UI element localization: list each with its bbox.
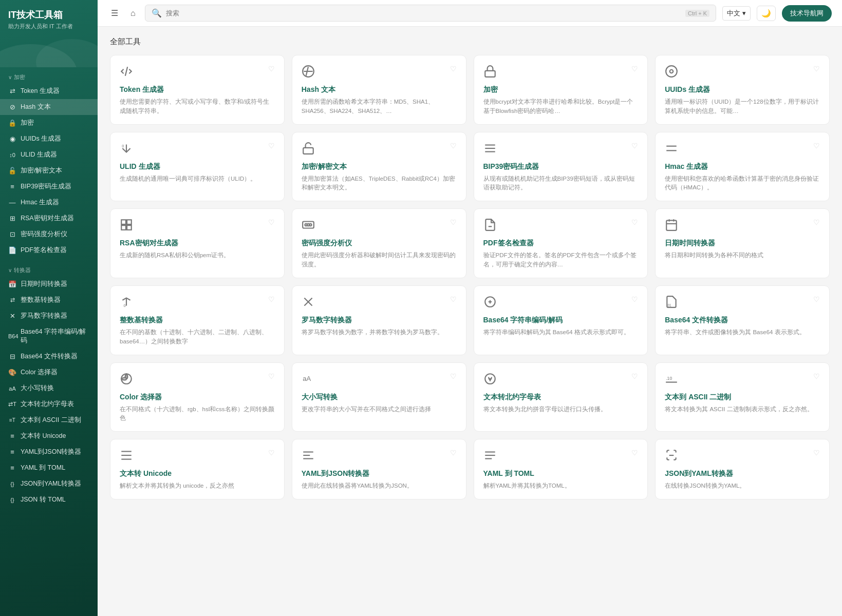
favorite-icon-date[interactable]: ♡ (813, 218, 820, 226)
tool-card-json2yaml[interactable]: ♡ JSON到YAML转换器 在线转换JSON转换为YAML。 (655, 439, 830, 499)
sidebar-item-b64str[interactable]: B64 Base64 字符串编码/解码 (0, 324, 98, 349)
favorite-icon-yaml2toml[interactable]: ♡ (631, 449, 638, 457)
favorite-icon-encrypt[interactable]: ♡ (631, 65, 638, 73)
tool-card-ascii[interactable]: .10 ♡ 文本到 ASCII 二进制 将文本转换为其 ASCII 二进制制表示… (655, 362, 830, 432)
tool-card-yaml2toml[interactable]: ♡ YAML 到 TOML 解析YAML并将其转换为TOML。 (474, 439, 648, 499)
sidebar-item-aes[interactable]: 🔓 加密/解密文本 (0, 163, 98, 179)
favorite-icon-color[interactable]: ♡ (268, 372, 275, 380)
tool-desc-hash: 使用所需的函数哈希文本字符串：MD5、SHA1、SHA256、SHA224、SH… (302, 98, 457, 116)
tool-card-b64str[interactable]: ♡ Base64 字符串编码/解码 将字符串编码和解码为其 Base64 格式表… (474, 285, 648, 355)
sidebar-item-bip[interactable]: ≡ BIP39密码生成器 (0, 179, 98, 195)
sidebar-item-uuid[interactable]: ◉ UUIDs 生成器 (0, 131, 98, 147)
tool-card-b64file[interactable]: 01 ♡ Base64 文件转换器 将字符串、文件或图像转换为其 Base64 … (655, 285, 830, 355)
tool-card-nato[interactable]: ♡ 文本转北约字母表 将文本转换为北约拼音字母以进行口头传播。 (474, 362, 648, 432)
tool-name-b64str: Base64 字符串编码/解码 (483, 316, 639, 325)
tool-card-ulid[interactable]: 0 ♡ ULID 生成器 生成随机的通用唯一词典可排序标识符（ULID）。 (110, 132, 285, 202)
sidebar-item-pdf[interactable]: 📄 PDF签名检查器 (0, 242, 98, 258)
sidebar-item-yaml2toml[interactable]: ≡ YAML 到 TOML (0, 460, 98, 476)
rsa-icon (120, 218, 133, 234)
tool-card-case[interactable]: aA ♡ 大小写转换 更改字符串的大小写并在不同格式之间进行选择 (292, 362, 466, 432)
tool-card-unicode[interactable]: ♡ 文本转 Unicode 解析文本并将其转换为 unicode，反之亦然 (110, 439, 285, 499)
favorite-icon-pwd[interactable]: ♡ (450, 218, 457, 226)
favorite-icon-case[interactable]: ♡ (450, 372, 457, 380)
sidebar-item-json2toml[interactable]: {} JSON 转 TOML (0, 492, 98, 508)
tool-desc-case: 更改字符串的大小写并在不同格式之间进行选择 (302, 405, 457, 414)
sidebar-item-token[interactable]: ⇄ Token 生成器 (0, 83, 98, 99)
favorite-icon-hash[interactable]: ♡ (450, 65, 457, 73)
sidebar-item-yaml2json[interactable]: ≡ YAML到JSON转换器 (0, 444, 98, 460)
chevron-down-icon2: ∨ (8, 267, 12, 273)
favorite-icon-unicode[interactable]: ♡ (268, 449, 275, 457)
sidebar-item-color[interactable]: 🎨 Color 选择器 (0, 364, 98, 380)
sidebar-item-rsa[interactable]: ⊞ RSA密钥对生成器 (0, 210, 98, 226)
tool-card-rsa[interactable]: ♡ RSA密钥对生成器 生成新的随机RSA私钥和公钥pem证书。 (110, 208, 285, 278)
tool-name-nato: 文本转北约字母表 (483, 393, 639, 402)
tool-card-hash[interactable]: ♡ Hash 文本 使用所需的函数哈希文本字符串：MD5、SHA1、SHA256… (292, 55, 466, 125)
svg-rect-17 (127, 225, 132, 230)
base-icon: ⇄ (8, 297, 16, 303)
chevron-down-icon: ▾ (742, 9, 746, 17)
favorite-icon-pdf[interactable]: ♡ (631, 218, 638, 226)
favorite-icon-aes[interactable]: ♡ (450, 142, 457, 150)
tool-card-header: ♡ (665, 65, 820, 80)
sidebar-title: IT技术工具箱 (8, 9, 89, 21)
favorite-icon-bip[interactable]: ♡ (631, 142, 638, 150)
tool-card-encrypt[interactable]: ♡ 加密 使用bcrypt对文本字符串进行哈希和比较。Bcrypt是一个基于Bl… (474, 55, 648, 125)
tool-card-hmac[interactable]: ♡ Hmac 生成器 使用密钥和您喜欢的哈希函数计算基于密的消息身份验证代码（H… (655, 132, 830, 202)
favorite-icon-roman[interactable]: ♡ (450, 295, 457, 303)
favorite-icon-yaml2json[interactable]: ♡ (450, 449, 457, 457)
tool-desc-pwd: 使用此密码强度分析器和破解时间估计工具来发现密码的强度。 (302, 251, 457, 270)
tool-card-aes[interactable]: ♡ 加密/解密文本 使用加密算法（如AES、TripleDES、Rabbit或R… (292, 132, 466, 202)
favorite-icon-ascii[interactable]: ♡ (813, 372, 820, 380)
tool-card-token[interactable]: ♡ Token 生成器 使用您需要的字符、大写或小写字母、数字和/或符号生成随机… (110, 55, 285, 125)
theme-toggle-button[interactable]: 🌙 (757, 6, 776, 21)
tool-card-color[interactable]: ♡ Color 选择器 在不同格式（十六进制、rgb、hsl和css名称）之间转… (110, 362, 285, 432)
favorite-icon-token[interactable]: ♡ (268, 65, 275, 73)
search-shortcut: Ctrl + K (685, 10, 709, 17)
sidebar-item-roman[interactable]: ✕ 罗马数字转换器 (0, 308, 98, 324)
tool-card-yaml2json[interactable]: ♡ YAML到JSON转换器 使用此在线转换器将YAML转换为JSON。 (292, 439, 466, 499)
sidebar-item-hash[interactable]: ⊘ Hash 文本 (0, 99, 98, 115)
home-button[interactable]: ⌂ (127, 7, 139, 20)
sidebar-item-unicode[interactable]: ≡ 文本转 Unicode (0, 428, 98, 444)
tool-card-base-int[interactable]: 0 ♡ 整数基转换器 在不同的基数（十进制、十六进制、二进制、八进制、base6… (110, 285, 285, 355)
sidebar-item-case[interactable]: aA 大小写转换 (0, 380, 98, 396)
favorite-icon-hmac[interactable]: ♡ (813, 142, 820, 150)
favorite-icon-base-int[interactable]: ♡ (268, 295, 275, 303)
sidebar-item-date[interactable]: 📅 日期时间转换器 (0, 276, 98, 292)
nav-group-encrypt: ∨ 加密 (0, 69, 98, 83)
favorite-icon-b64str[interactable]: ♡ (631, 295, 638, 303)
sidebar-item-b64file[interactable]: ⊟ Base64 文件转换器 (0, 349, 98, 364)
sidebar-item-json2yaml[interactable]: {} JSON到YAML转换器 (0, 476, 98, 492)
tool-name-yaml2json: YAML到JSON转换器 (302, 469, 457, 478)
nav-site-button[interactable]: 技术导航网 (782, 5, 832, 22)
tool-card-date[interactable]: ♡ 日期时间转换器 将日期和时间转换为各种不同的格式 (655, 208, 830, 278)
sidebar-item-nato[interactable]: ⇄T 文本转北约字母表 (0, 396, 98, 412)
favorite-icon-b64file[interactable]: ♡ (813, 295, 820, 303)
tool-name-b64file: Base64 文件转换器 (665, 316, 820, 325)
favorite-icon-json2yaml[interactable]: ♡ (813, 449, 820, 457)
search-input[interactable] (166, 9, 681, 17)
sidebar-item-ulid[interactable]: ↕0 ULID 生成器 (0, 147, 98, 163)
favorite-icon-nato[interactable]: ♡ (631, 372, 638, 380)
svg-rect-23 (667, 221, 677, 231)
yaml2toml-icon (483, 449, 497, 464)
sidebar-item-encrypt[interactable]: 🔒 加密 (0, 115, 98, 131)
tool-card-pdf[interactable]: ♡ PDF签名检查器 验证PDF文件的签名。签名的PDF文件包含一个或多个签名，… (474, 208, 648, 278)
tool-card-roman[interactable]: ♡ 罗马数字转换器 将罗马数字转换为数字，并将数字转换为罗马数字。 (292, 285, 466, 355)
sidebar-item-ascii[interactable]: ≡T 文本到 ASCII 二进制 (0, 412, 98, 428)
favorite-icon-ulid[interactable]: ♡ (268, 142, 275, 150)
tool-card-bip[interactable]: ♡ BIP39密码生成器 从现有或随机机助记符生成BIP39密码短语，或从密码短… (474, 132, 648, 202)
favorite-icon-rsa[interactable]: ♡ (268, 218, 275, 226)
favorite-icon-uuid[interactable]: ♡ (813, 65, 820, 73)
menu-toggle-button[interactable]: ☰ (108, 6, 121, 20)
tool-card-pwd[interactable]: ♡ 密码强度分析仪 使用此密码强度分析器和破解时间估计工具来发现密码的强度。 (292, 208, 466, 278)
tool-desc-yaml2toml: 解析YAML并将其转换为TOML。 (483, 482, 639, 491)
sidebar-item-base-int[interactable]: ⇄ 整数基转换器 (0, 292, 98, 308)
b64str-icon: B64 (8, 333, 16, 339)
tool-card-uuid[interactable]: ♡ UUIDs 生成器 通用唯一标识符（UUID）是一个128位数字，用于标识计… (655, 55, 830, 125)
sidebar-item-pwd[interactable]: ⊡ 密码强度分析仪 (0, 226, 98, 242)
language-selector[interactable]: 中文 ▾ (722, 6, 751, 21)
sidebar-item-hmac[interactable]: — Hmac 生成器 (0, 195, 98, 210)
tool-card-header: .10 ♡ (665, 372, 820, 388)
